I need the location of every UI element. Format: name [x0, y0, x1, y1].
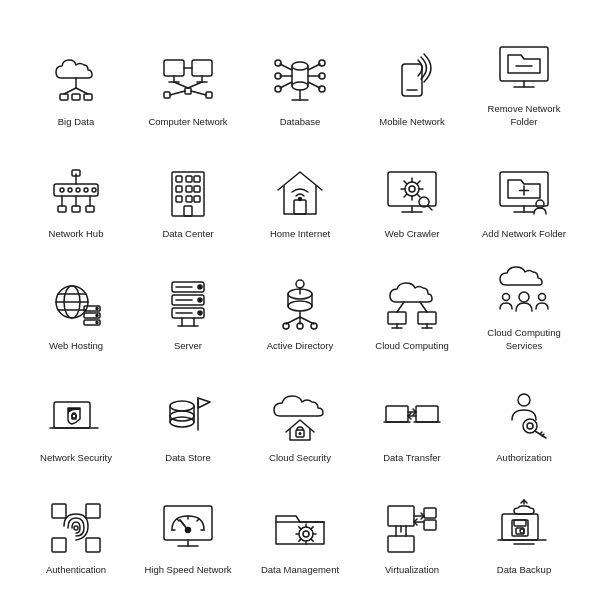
icon-cell-network-security[interactable]: Network Security — [20, 356, 132, 468]
server-icon — [156, 272, 220, 336]
svg-point-25 — [275, 60, 281, 66]
svg-point-102 — [96, 321, 98, 323]
authentication-icon — [44, 496, 108, 560]
icon-cell-add-network-folder[interactable]: Add Network Folder — [468, 132, 580, 244]
svg-rect-163 — [52, 504, 66, 518]
svg-rect-59 — [176, 176, 182, 182]
svg-rect-131 — [418, 312, 436, 324]
svg-line-81 — [417, 194, 420, 197]
svg-rect-9 — [192, 60, 212, 76]
icon-cell-data-management[interactable]: Data Management — [244, 468, 356, 580]
svg-rect-165 — [52, 538, 66, 552]
svg-rect-54 — [72, 206, 80, 212]
icon-cell-database[interactable]: Database — [244, 20, 356, 132]
svg-point-46 — [68, 188, 72, 192]
icon-cell-virtualization[interactable]: Virtualization — [356, 468, 468, 580]
data-backup-icon — [492, 496, 556, 560]
svg-point-100 — [96, 307, 98, 309]
icon-cell-authentication[interactable]: Authentication — [20, 468, 132, 580]
svg-line-134 — [397, 302, 404, 312]
svg-rect-58 — [172, 172, 204, 216]
icon-cell-mobile-network[interactable]: Mobile Network — [356, 20, 468, 132]
svg-point-159 — [527, 423, 533, 429]
server-label: Server — [174, 340, 202, 352]
svg-point-167 — [74, 526, 78, 530]
web-hosting-label: Web Hosting — [49, 340, 103, 352]
high-speed-network-icon — [156, 496, 220, 560]
icon-cell-computer-network[interactable]: Computer Network — [132, 20, 244, 132]
icon-cell-authorization[interactable]: Authorization — [468, 356, 580, 468]
network-hub-label: Network Hub — [49, 228, 104, 240]
authentication-label: Authentication — [46, 564, 106, 576]
svg-rect-38 — [402, 64, 422, 96]
svg-rect-153 — [416, 406, 438, 422]
svg-rect-67 — [194, 196, 200, 202]
remove-network-folder-label: Remove Network Folder — [479, 103, 569, 128]
icon-cell-data-center[interactable]: Data Center — [132, 132, 244, 244]
svg-line-174 — [177, 519, 179, 521]
svg-rect-168 — [164, 506, 212, 540]
svg-rect-61 — [194, 176, 200, 182]
icon-cell-web-crawler[interactable]: Web Crawler — [356, 132, 468, 244]
svg-line-1 — [64, 88, 76, 94]
icon-cell-cloud-security[interactable]: Cloud Security — [244, 356, 356, 468]
icon-cell-server[interactable]: Server — [132, 244, 244, 356]
cloud-computing-services-icon — [492, 259, 556, 323]
svg-line-80 — [404, 181, 407, 184]
icon-cell-data-transfer[interactable]: Data Transfer — [356, 356, 468, 468]
svg-point-137 — [503, 294, 510, 301]
add-network-folder-icon — [492, 160, 556, 224]
svg-point-126 — [296, 280, 304, 288]
svg-point-47 — [76, 188, 80, 192]
svg-rect-69 — [294, 200, 306, 214]
svg-point-106 — [198, 285, 202, 289]
cloud-computing-services-label: Cloud Computing Services — [479, 327, 569, 352]
icon-cell-web-hosting[interactable]: Web Hosting — [20, 244, 132, 356]
svg-rect-151 — [386, 406, 408, 422]
svg-point-75 — [409, 186, 415, 192]
svg-line-2 — [76, 88, 88, 94]
icon-cell-big-data[interactable]: Big Data — [20, 20, 132, 132]
icon-cell-data-backup[interactable]: Data Backup — [468, 468, 580, 580]
data-center-label: Data Center — [162, 228, 213, 240]
cloud-security-icon — [268, 384, 332, 448]
icon-cell-remove-network-folder[interactable]: Remove Network Folder — [468, 20, 580, 132]
remove-network-folder-icon — [492, 35, 556, 99]
svg-point-157 — [518, 394, 530, 406]
high-speed-network-label: High Speed Network — [144, 564, 231, 576]
svg-point-138 — [539, 294, 546, 301]
svg-rect-13 — [185, 88, 191, 94]
icon-cell-active-directory[interactable]: Active Directory — [244, 244, 356, 356]
svg-rect-55 — [86, 206, 94, 212]
computer-network-icon — [156, 48, 220, 112]
network-hub-icon — [44, 160, 108, 224]
icon-cell-high-speed-network[interactable]: High Speed Network — [132, 468, 244, 580]
data-management-label: Data Management — [261, 564, 339, 576]
svg-line-19 — [191, 91, 206, 95]
svg-point-179 — [303, 531, 309, 537]
icon-grid: Big Data Computer Net — [10, 10, 590, 590]
svg-line-135 — [420, 302, 427, 312]
icon-cell-network-hub[interactable]: Network Hub — [20, 132, 132, 244]
icon-cell-cloud-computing-services[interactable]: Cloud Computing Services — [468, 244, 580, 356]
svg-point-136 — [519, 292, 529, 302]
network-security-icon — [44, 384, 108, 448]
active-directory-label: Active Directory — [267, 340, 334, 352]
home-internet-label: Home Internet — [270, 228, 330, 240]
svg-line-18 — [170, 91, 185, 95]
svg-point-108 — [198, 311, 202, 315]
icon-cell-data-store[interactable]: Data Store — [132, 356, 244, 468]
icon-cell-home-internet[interactable]: Home Internet — [244, 132, 356, 244]
svg-line-15 — [188, 82, 202, 88]
data-transfer-label: Data Transfer — [383, 452, 441, 464]
svg-rect-5 — [84, 94, 92, 100]
icon-cell-cloud-computing[interactable]: Cloud Computing — [356, 244, 468, 356]
svg-rect-164 — [86, 504, 100, 518]
svg-rect-62 — [176, 186, 182, 192]
svg-rect-193 — [424, 520, 436, 530]
authorization-icon — [492, 384, 556, 448]
svg-rect-63 — [186, 186, 192, 192]
data-store-label: Data Store — [165, 452, 210, 464]
svg-point-145 — [170, 417, 194, 427]
svg-rect-16 — [164, 92, 170, 98]
